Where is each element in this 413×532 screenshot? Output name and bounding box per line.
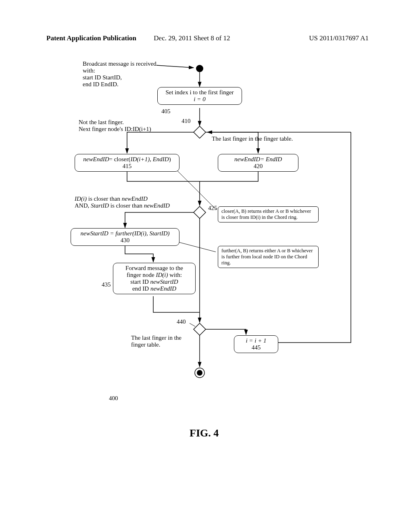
ref-430: 430 <box>74 237 176 244</box>
cond-425-l2: AND, StartID is closer than newEndID <box>75 202 200 209</box>
flowchart-canvas: Broadcast message is received with: star… <box>40 60 371 431</box>
box-405-text: Set index i to the first finger <box>161 89 238 96</box>
left-410: Not the last finger. Next finger node's … <box>79 119 184 133</box>
ref-400: 400 <box>109 395 118 402</box>
box-430-text: newStartID = further(ID(i), StartID) <box>74 230 176 237</box>
svg-point-11 <box>197 370 202 376</box>
cond-425: ID(i) is closer than newEndID AND, Start… <box>75 195 200 209</box>
box-435: Forward message to thefinger node ID(i) … <box>113 263 196 294</box>
start-label-text: Broadcast message is received with: star… <box>83 60 159 88</box>
box-415-text: newEndID= closer(ID(i+1), EndID) <box>78 156 176 163</box>
header-right: US 2011/0317697 A1 <box>261 34 369 42</box>
box-420-text: newEndID= EndID <box>221 156 295 163</box>
box-415: newEndID= closer(ID(i+1), EndID) 415 <box>75 154 179 172</box>
start-label: Broadcast message is received with: star… <box>83 60 159 88</box>
ref-415: 415 <box>78 163 176 170</box>
ref-420: 420 <box>221 163 295 170</box>
svg-marker-8 <box>194 323 206 335</box>
box-430: newStartID = further(ID(i), StartID) 430 <box>71 228 179 246</box>
ref-435: 435 <box>102 281 111 288</box>
header-left: Patent Application Publication <box>46 34 154 42</box>
note-further: further(A, B) returns either A or B whic… <box>218 246 319 268</box>
svg-line-14 <box>190 323 195 326</box>
svg-point-10 <box>195 368 204 378</box>
right-410: The last finger in the finger table. <box>212 135 325 142</box>
flowchart-connectors <box>40 60 371 431</box>
figure-label: FIG. 4 <box>190 427 219 439</box>
ref-445: 445 <box>238 344 275 351</box>
ref-425: 425 <box>208 205 217 212</box>
note-closer: closer(A, B) returns either A or B which… <box>218 206 319 222</box>
left-440: The last finger in the finger table. <box>131 335 194 348</box>
svg-point-0 <box>196 65 203 72</box>
ref-440: 440 <box>177 318 186 325</box>
svg-line-13 <box>174 241 216 252</box>
box-420: newEndID= EndID 420 <box>218 154 298 172</box>
svg-marker-4 <box>194 126 206 138</box>
box-445: i = i + 1 445 <box>234 335 278 353</box>
svg-line-2 <box>156 65 194 68</box>
page-header: Patent Application Publication Dec. 29, … <box>0 34 413 42</box>
box-445-text: i = i + 1 <box>238 337 275 344</box>
header-center: Dec. 29, 2011 Sheet 8 of 12 <box>154 34 261 42</box>
ref-405: 405 <box>161 108 171 115</box>
cond-425-l1: ID(i) is closer than newEndID <box>75 195 200 202</box>
box-405: Set index i to the first finger i = 0 <box>157 87 242 105</box>
box-435-text: Forward message to thefinger node ID(i) … <box>117 265 192 292</box>
box-405-code: i = 0 <box>161 96 238 103</box>
